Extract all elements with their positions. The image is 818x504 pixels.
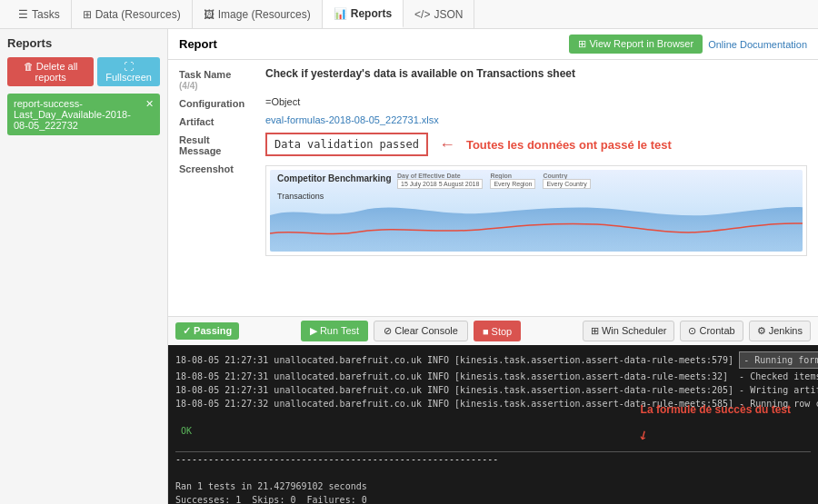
screenshot-row: Screenshot Competitor Benchmarking Day o…	[179, 162, 807, 256]
crontab-button[interactable]: ⊙ Crontab	[680, 321, 743, 341]
data-icon: ⊞	[83, 8, 92, 21]
task-name-label: Task Name	[179, 69, 231, 80]
toolbar-right-buttons: ⊞ Win Scheduler ⊙ Crontab ⚙ Jenkins	[583, 321, 811, 341]
chart-svg	[270, 188, 803, 252]
reports-icon: 📊	[334, 7, 347, 20]
report-header: Report ⊞ View Report in Browser Online D…	[168, 29, 818, 60]
task-name-row: Task Name (4/4) Check if yesterday's dat…	[179, 67, 807, 91]
result-arrow-icon: ←	[439, 135, 455, 154]
right-panel: Report ⊞ View Report in Browser Online D…	[168, 29, 818, 504]
filter-date-label: Day of Effective Date	[397, 173, 483, 179]
configuration-row: Configuration =Object	[179, 96, 807, 109]
task-counter: (4/4)	[179, 81, 198, 91]
json-icon: </>	[414, 8, 430, 21]
view-report-button[interactable]: ⊞ View Report in Browser	[569, 35, 703, 54]
sidebar-title: Reports	[7, 36, 160, 50]
result-label: Result Message	[179, 133, 265, 156]
config-value: =Object	[265, 96, 807, 107]
header-action-buttons: ⊞ View Report in Browser Online Document…	[569, 35, 807, 54]
delete-all-reports-button[interactable]: 🗑 Delete all reports	[7, 57, 94, 86]
fullscreen-button[interactable]: ⛶ Fullscreen	[97, 57, 160, 86]
bottom-toolbar: ✓ Passing ▶ Run Test ⊘ Clear Console ■ S…	[168, 316, 818, 345]
jenkins-button[interactable]: ⚙ Jenkins	[749, 321, 811, 341]
console-line: Successes: 1 Skips: 0 Failures: 0	[175, 493, 811, 504]
console-line: 18-08-05 21:27:31 unallocated.barefruit.…	[175, 370, 811, 383]
close-icon[interactable]: ✕	[145, 98, 154, 110]
console-line: OK	[175, 424, 811, 438]
tab-reports[interactable]: 📊 Reports	[323, 0, 404, 28]
status-badge: ✓ Passing	[175, 322, 239, 340]
toolbar-center-buttons: ▶ Run Test ⊘ Clear Console ■ Stop	[301, 321, 521, 341]
clear-console-button[interactable]: ⊘ Clear Console	[374, 321, 468, 341]
report-content-area: Task Name (4/4) Check if yesterday's dat…	[168, 60, 818, 316]
console-output: 18-08-05 21:27:31 unallocated.barefruit.…	[168, 345, 818, 504]
console-line: 18-08-05 21:27:31 unallocated.barefruit.…	[175, 383, 811, 397]
stop-button[interactable]: ■ Stop	[474, 321, 521, 341]
task-name-value: Check if yesterday's data is available o…	[265, 67, 807, 80]
sidebar-buttons: 🗑 Delete all reports ⛶ Fullscreen	[7, 57, 160, 86]
artifact-link[interactable]: eval-formulas-2018-08-05_222731.xlsx	[265, 114, 439, 125]
result-annotation-text: Toutes les données ont passé le test	[466, 138, 672, 152]
filter-region-label: Region	[490, 173, 535, 179]
report-section-title: Report	[179, 37, 217, 51]
screenshot-label: Screenshot	[179, 162, 265, 174]
console-line: Ran 1 tests in 21.427969102 seconds	[175, 479, 811, 493]
online-documentation-button[interactable]: Online Documentation	[708, 35, 807, 54]
console-annotation-text: La formule de succès du test	[641, 401, 791, 418]
report-list-item[interactable]: report-success-Last_Day_Available-2018-0…	[7, 94, 160, 135]
config-label: Configuration	[179, 96, 265, 109]
result-message-value: Data validation passed	[265, 133, 428, 156]
main-layout: Reports 🗑 Delete all reports ⛶ Fullscree…	[0, 29, 818, 504]
image-icon: 🖼	[204, 8, 214, 21]
top-navigation: ☰ Tasks ⊞ Data (Resources) 🖼 Image (Reso…	[0, 0, 818, 29]
filter-country-label: Country	[543, 173, 590, 179]
win-scheduler-button[interactable]: ⊞ Win Scheduler	[583, 321, 675, 341]
screenshot-preview: Competitor Benchmarking Day of Effective…	[265, 165, 807, 256]
tab-image-resources[interactable]: 🖼 Image (Resources)	[193, 0, 323, 28]
tab-tasks[interactable]: ☰ Tasks	[7, 0, 72, 28]
result-message-row: Result Message Data validation passed ← …	[179, 133, 807, 156]
tasks-icon: ☰	[18, 8, 28, 21]
sidebar: Reports 🗑 Delete all reports ⛶ Fullscree…	[0, 29, 168, 504]
chart-title: Competitor Benchmarking	[277, 173, 392, 183]
artifact-row: Artifact eval-formulas-2018-08-05_222731…	[179, 114, 807, 127]
run-test-button[interactable]: ▶ Run Test	[301, 321, 368, 341]
report-item-label: report-success-Last_Day_Available-2018-0…	[14, 98, 142, 131]
artifact-label: Artifact	[179, 114, 265, 127]
tab-data-resources[interactable]: ⊞ Data (Resources)	[72, 0, 193, 28]
console-line: 18-08-05 21:27:31 unallocated.barefruit.…	[175, 351, 811, 370]
console-highlight-span: - Running formulas...	[739, 351, 818, 369]
tab-json[interactable]: </> JSON	[404, 0, 474, 28]
